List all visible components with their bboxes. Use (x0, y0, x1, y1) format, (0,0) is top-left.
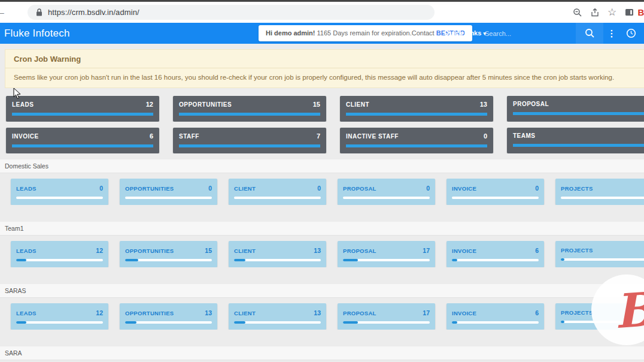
metric-card-proposal[interactable]: PROPOSAL17 (338, 241, 435, 267)
metric-card-client[interactable]: CLIENT0 (229, 179, 326, 205)
progress-bar (561, 197, 644, 199)
card-value: 13 (314, 309, 321, 316)
progress-bar (179, 144, 320, 147)
card-label: LEADS (16, 310, 37, 316)
metric-card-leads[interactable]: LEADS0 (11, 179, 108, 205)
section-header-team1: Team1 (0, 222, 644, 236)
progress-bar (343, 197, 430, 199)
metric-card-projects[interactable]: PROJECTS0 (555, 179, 644, 205)
metric-card-proposal[interactable]: PROPOSAL0 (338, 179, 435, 205)
summary-card-invoice[interactable]: INVOICE6 (6, 128, 159, 153)
card-value: 0 (208, 185, 212, 192)
expiration-notice: Hi demo admin! 1165 Days remain for expi… (259, 25, 472, 41)
metric-card-proposal[interactable]: PROPOSAL17 (338, 303, 435, 330)
card-label: PROJECTS (561, 185, 593, 192)
clock-icon[interactable] (622, 23, 639, 44)
quick-links-menu[interactable]: Quick Links ▾ (444, 23, 486, 44)
address-bar[interactable]: https://crm.bsdlv.in/admin/ (28, 5, 435, 20)
progress-bar (452, 321, 539, 324)
side-panel-icon[interactable] (621, 8, 638, 17)
progress-bar (234, 259, 321, 261)
search-icon[interactable] (576, 23, 603, 44)
watermark-letter: B (613, 281, 644, 338)
lock-icon[interactable] (36, 8, 42, 16)
bookmark-star-icon[interactable]: ☆ (603, 6, 621, 19)
metric-card-leads[interactable]: LEADS12 (11, 303, 108, 330)
summary-card-proposal[interactable]: PROPOSAL (507, 96, 644, 122)
summary-card-inactive-staff[interactable]: INACTIVE STAFF0 (340, 128, 493, 153)
progress-bar (16, 197, 103, 199)
progress-bar (452, 197, 539, 199)
progress-bar (343, 321, 430, 324)
progress-bar (125, 321, 212, 324)
progress-bar (12, 113, 153, 116)
metric-card-leads[interactable]: LEADS12 (11, 241, 108, 267)
browser-toolbar: ← ⟳ https://crm.bsdlv.in/admin/ ☆ B (0, 2, 644, 23)
card-value: 12 (146, 101, 153, 108)
card-value: 7 (317, 132, 320, 140)
card-label: LEADS (12, 101, 34, 108)
progress-bar (343, 259, 430, 261)
card-label: INVOICE (452, 248, 476, 254)
back-icon[interactable]: ← (0, 5, 8, 19)
metric-card-client[interactable]: CLIENT13 (229, 303, 326, 330)
share-icon[interactable] (586, 8, 603, 17)
screen: ← ⟳ https://crm.bsdlv.in/admin/ ☆ B Fluk… (0, 0, 644, 362)
progress-bar (179, 113, 320, 116)
card-label: OPPORTUNITIES (125, 310, 174, 316)
card-value: 0 (484, 132, 487, 140)
card-value: 13 (205, 309, 212, 316)
cron-warning-title: Cron Job Warning (5, 50, 644, 68)
card-value: 15 (205, 247, 212, 254)
summary-card-teams[interactable]: TEAMS (507, 128, 644, 153)
summary-card-opportunities[interactable]: OPPORTUNITIES15 (173, 96, 326, 122)
card-value: 0 (535, 185, 539, 192)
card-label: INVOICE (452, 310, 476, 316)
search-input[interactable] (485, 23, 572, 44)
metric-card-invoice[interactable]: INVOICE6 (446, 303, 544, 330)
card-label: INACTIVE STAFF (346, 133, 399, 140)
metric-card-opportunities[interactable]: OPPORTUNITIES0 (120, 179, 217, 205)
card-value: 0 (317, 185, 321, 192)
metric-card-projects[interactable]: PROJECTS (555, 241, 644, 267)
card-value: 6 (535, 309, 539, 316)
summary-card-leads[interactable]: LEADS12 (6, 96, 159, 122)
card-label: PROPOSAL (343, 310, 376, 316)
metric-card-client[interactable]: CLIENT13 (229, 241, 326, 267)
card-value: 6 (535, 247, 539, 254)
overflow-menu-icon[interactable]: ⋮ (606, 23, 618, 44)
metric-card-opportunities[interactable]: OPPORTUNITIES15 (120, 241, 217, 267)
card-value: 0 (426, 185, 430, 192)
card-label: PROPOSAL (343, 185, 376, 192)
summary-card-client[interactable]: CLIENT13 (340, 96, 493, 122)
section-header-sara: SARA (0, 346, 644, 360)
card-label: PROJECTS (561, 309, 593, 316)
section-cards-team1: LEADS12 OPPORTUNITIES15 CLIENT13 PROPOSA… (0, 241, 644, 267)
section-header-domestic-sales: Domestic Sales (0, 159, 644, 173)
progress-bar (346, 144, 487, 147)
card-value: 17 (423, 247, 430, 254)
progress-bar (234, 321, 321, 324)
card-label: TEAMS (513, 132, 536, 139)
progress-bar (12, 144, 153, 147)
card-value: 6 (150, 132, 153, 140)
card-value: 13 (480, 101, 487, 108)
metric-card-invoice[interactable]: INVOICE0 (446, 179, 544, 205)
card-value: 0 (99, 185, 103, 192)
zoom-icon[interactable] (569, 8, 586, 17)
extension-icon[interactable]: B (638, 7, 644, 17)
progress-bar (561, 258, 644, 261)
card-value: 17 (423, 309, 430, 316)
progress-bar (16, 259, 103, 261)
card-label: OPPORTUNITIES (179, 101, 232, 108)
summary-card-staff[interactable]: STAFF7 (173, 128, 326, 153)
progress-bar (125, 259, 212, 261)
card-label: INVOICE (452, 185, 476, 192)
metric-card-invoice[interactable]: INVOICE6 (446, 241, 544, 267)
metric-card-opportunities[interactable]: OPPORTUNITIES13 (120, 303, 217, 330)
brand-title[interactable]: Fluke Infotech (4, 23, 70, 44)
summary-row-1: LEADS12 OPPORTUNITIES15 CLIENT13 PROPOSA… (0, 96, 644, 122)
card-label: OPPORTUNITIES (125, 248, 174, 254)
url-text[interactable]: https://crm.bsdlv.in/admin/ (48, 8, 139, 17)
card-label: CLIENT (234, 310, 256, 316)
